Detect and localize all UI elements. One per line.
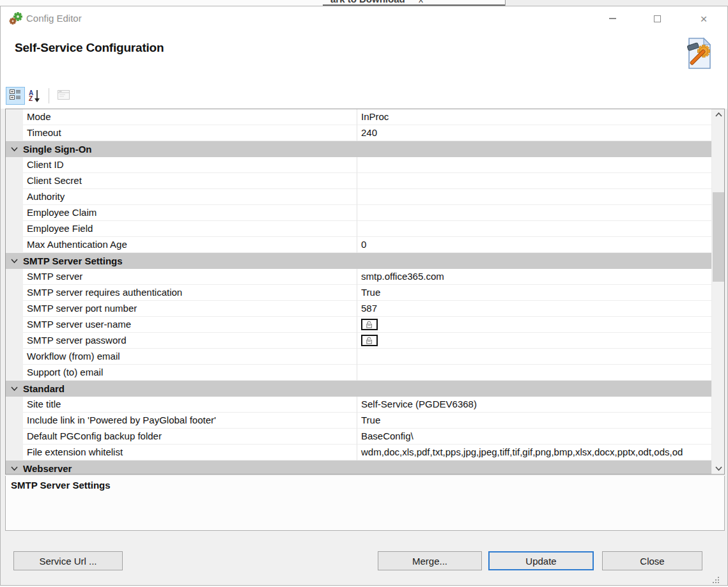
property-value[interactable] — [357, 365, 711, 381]
close-icon: × — [700, 13, 707, 25]
row-margin — [6, 221, 23, 237]
property-value[interactable]: 240 — [357, 125, 711, 141]
property-value[interactable] — [357, 317, 711, 333]
property-value[interactable] — [357, 157, 711, 173]
row-margin — [6, 429, 23, 445]
scroll-down-button[interactable] — [712, 463, 725, 474]
property-value[interactable]: wdm,doc,xls,pdf,txt,pps,jpg,jpeg,tiff,ti… — [357, 445, 711, 461]
category-row[interactable]: Single Sign-On — [6, 141, 711, 157]
property-row[interactable]: Default PGConfig backup folderBaseConfig… — [6, 429, 711, 445]
property-row[interactable]: Support (to) email — [6, 365, 711, 381]
background-right-pane — [506, 0, 728, 6]
close-dialog-button[interactable]: Close — [602, 551, 702, 570]
property-name[interactable]: Timeout — [23, 125, 357, 141]
property-value[interactable]: 587 — [357, 301, 711, 317]
categorized-button[interactable] — [6, 87, 25, 105]
property-row[interactable]: SMTP server port number587 — [6, 301, 711, 317]
lock-icon[interactable] — [361, 319, 378, 330]
property-pages-icon — [58, 90, 70, 102]
property-name[interactable]: Default PGConfig backup folder — [23, 429, 357, 445]
property-value[interactable]: InProc — [357, 109, 711, 125]
property-value[interactable]: smtp.office365.com — [357, 269, 711, 285]
row-margin — [6, 269, 23, 285]
background-tab-text: ark to Download — [330, 0, 405, 4]
property-value[interactable] — [357, 173, 711, 189]
property-name[interactable]: Authority — [23, 189, 357, 205]
property-row[interactable]: File extension whitelistwdm,doc,xls,pdf,… — [6, 445, 711, 461]
gears-icon — [8, 11, 24, 28]
category-row[interactable]: Standard — [6, 381, 711, 397]
service-url-button[interactable]: Service Url ... — [13, 551, 123, 570]
chevron-down-icon[interactable] — [6, 259, 23, 263]
header: Self-Service Configuration — [1, 31, 727, 83]
property-row[interactable]: Client ID — [6, 157, 711, 173]
property-value[interactable]: True — [357, 413, 711, 429]
resize-grip-icon[interactable] — [711, 576, 720, 587]
property-value[interactable] — [357, 205, 711, 221]
property-value[interactable] — [357, 221, 711, 237]
property-name[interactable]: Max Authentication Age — [23, 237, 357, 253]
row-margin — [6, 189, 23, 205]
property-name[interactable]: Employee Claim — [23, 205, 357, 221]
property-name[interactable]: SMTP server port number — [23, 301, 357, 317]
chevron-down-icon[interactable] — [6, 386, 23, 391]
property-name[interactable]: SMTP server password — [23, 333, 357, 349]
property-value[interactable] — [357, 333, 711, 349]
property-row[interactable]: Timeout240 — [6, 125, 711, 141]
property-name[interactable]: Include link in 'Powered by PayGlobal fo… — [23, 413, 357, 429]
maximize-button[interactable] — [647, 10, 667, 27]
row-margin — [6, 237, 23, 253]
row-margin — [6, 301, 23, 317]
close-button[interactable]: × — [694, 10, 713, 27]
chevron-down-icon[interactable] — [6, 147, 23, 151]
property-row[interactable]: Workflow (from) email — [6, 349, 711, 365]
property-row[interactable]: Employee Claim — [6, 205, 711, 221]
scrollbar-thumb[interactable] — [713, 192, 724, 282]
row-margin — [6, 413, 23, 429]
property-row[interactable]: SMTP server password — [6, 333, 711, 349]
description-panel: SMTP Server Settings — [5, 476, 725, 531]
property-row[interactable]: SMTP serversmtp.office365.com — [6, 269, 711, 285]
update-button[interactable]: Update — [488, 551, 594, 570]
property-row[interactable]: Max Authentication Age0 — [6, 237, 711, 253]
property-name[interactable]: Workflow (from) email — [23, 349, 357, 365]
property-value[interactable] — [357, 349, 711, 365]
property-row[interactable]: SMTP server user-name — [6, 317, 711, 333]
property-row[interactable]: Authority — [6, 189, 711, 205]
lock-icon[interactable] — [361, 335, 378, 346]
property-row[interactable]: ModeInProc — [6, 109, 711, 125]
property-value[interactable]: True — [357, 285, 711, 301]
property-value[interactable] — [357, 189, 711, 205]
property-value[interactable]: Self-Service (PGDEV6368) — [357, 397, 711, 413]
property-value[interactable]: 0 — [357, 237, 711, 253]
config-editor-window: Config Editor × Self-Service Configurati… — [0, 6, 728, 586]
property-name[interactable]: Support (to) email — [23, 365, 357, 381]
property-value[interactable]: BaseConfig\ — [357, 429, 711, 445]
category-label: SMTP Server Settings — [23, 255, 123, 266]
vertical-scrollbar[interactable] — [711, 109, 724, 474]
property-name[interactable]: SMTP server requires authentication — [23, 285, 357, 301]
property-row[interactable]: Site titleSelf-Service (PGDEV6368) — [6, 397, 711, 413]
category-row[interactable]: Webserver — [6, 461, 711, 475]
property-row[interactable]: Client Secret — [6, 173, 711, 189]
scroll-up-button[interactable] — [712, 109, 725, 120]
background-tab-close-text: x — [419, 0, 423, 4]
row-margin — [6, 109, 23, 125]
property-name[interactable]: SMTP server — [23, 269, 357, 285]
property-name[interactable]: Site title — [23, 397, 357, 413]
merge-button[interactable]: Merge... — [378, 551, 482, 570]
property-name[interactable]: Client ID — [23, 157, 357, 173]
property-name[interactable]: Mode — [23, 109, 357, 125]
category-row[interactable]: SMTP Server Settings — [6, 253, 711, 269]
titlebar[interactable]: Config Editor × — [1, 6, 727, 31]
property-row[interactable]: Employee Field — [6, 221, 711, 237]
property-name[interactable]: Client Secret — [23, 173, 357, 189]
chevron-down-icon[interactable] — [6, 466, 23, 471]
minimize-button[interactable] — [603, 10, 622, 27]
property-name[interactable]: SMTP server user-name — [23, 317, 357, 333]
property-row[interactable]: Include link in 'Powered by PayGlobal fo… — [6, 413, 711, 429]
property-row[interactable]: SMTP server requires authenticationTrue — [6, 285, 711, 301]
property-name[interactable]: File extension whitelist — [23, 445, 357, 461]
alphabetical-sort-button[interactable]: AZ — [25, 87, 44, 105]
property-name[interactable]: Employee Field — [23, 221, 357, 237]
